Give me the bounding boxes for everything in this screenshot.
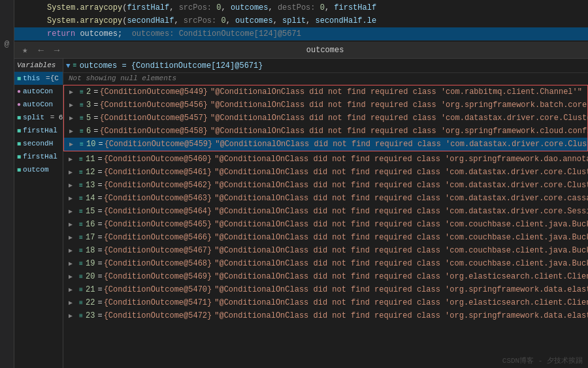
- list-icon-14: ≡: [79, 195, 83, 202]
- outcome-row-14[interactable]: ▶ ≡ 14 = {ConditionOutcome@5463} "@Condi…: [63, 192, 588, 205]
- debug-toolbar: ★ ← → outcomes: [14, 42, 588, 59]
- list-icon-21: ≡: [79, 286, 83, 294]
- var-secondhalf[interactable]: ◼ secondH: [14, 137, 63, 150]
- list-icon-19: ≡: [79, 260, 83, 268]
- expand-icon-15[interactable]: ▶: [69, 207, 76, 215]
- expand-icon-2[interactable]: ▶: [69, 88, 77, 96]
- red-bordered-group: ▶ ≡ 2 = {ConditionOutcome@5449} "@Condit…: [63, 85, 588, 151]
- var-firsthalf-1[interactable]: ◼ firstHal: [14, 124, 63, 137]
- code-area: System.arraycopy ( firstHalf , srcPos: 0…: [14, 0, 588, 42]
- outcome-row-11[interactable]: ▶ ≡ 11 = {ConditionOutcome@5460} "@Condi…: [63, 153, 588, 166]
- expand-icon-10[interactable]: ▶: [69, 140, 77, 148]
- expand-icon-5[interactable]: ▶: [69, 114, 77, 122]
- outcomes-list-container[interactable]: ▶ ≡ 2 = {ConditionOutcome@5449} "@Condit…: [63, 84, 588, 368]
- var-autocon-2[interactable]: ● autoCon: [14, 98, 63, 111]
- var-name-autocon2: autoCon: [23, 100, 53, 108]
- nav-fwd-button[interactable]: →: [52, 44, 62, 57]
- expand-icon-3[interactable]: ▶: [69, 101, 77, 109]
- method-name-1: System.arraycopy: [47, 3, 122, 12]
- list-icon-12: ≡: [79, 169, 83, 176]
- list-icon-22: ≡: [79, 299, 83, 307]
- var-name-outcomes: outcom: [23, 166, 49, 174]
- variables-label: Variables: [14, 59, 63, 72]
- var-outcomes[interactable]: ◼ outcom: [14, 163, 63, 176]
- list-icon-18: ≡: [79, 247, 83, 254]
- outcome-row-23[interactable]: ▶ ≡ 23 = {ConditionOutcome@5472} "@Condi…: [63, 309, 588, 322]
- var-this[interactable]: ◼ this ={C: [14, 72, 63, 85]
- outcome-row-16[interactable]: ▶ ≡ 16 = {ConditionOutcome@5465} "@Condi…: [63, 218, 588, 231]
- outcome-row-6[interactable]: ▶ ≡ 6 = {ConditionOutcome@5458} "@Condit…: [64, 125, 587, 138]
- type-icon-t2: ◼: [17, 114, 21, 121]
- code-line-1: System.arraycopy ( firstHalf , srcPos: 0…: [14, 1, 588, 14]
- outcome-row-5[interactable]: ▶ ≡ 5 = {ConditionOutcome@5457} "@Condit…: [64, 112, 587, 125]
- outcome-row-2[interactable]: ▶ ≡ 2 = {ConditionOutcome@5449} "@Condit…: [64, 85, 587, 99]
- nav-back-button[interactable]: ←: [35, 44, 46, 57]
- expand-icon-16[interactable]: ▶: [69, 221, 76, 228]
- outcome-row-19[interactable]: ▶ ≡ 19 = {ConditionOutcome@5468} "@Condi…: [63, 257, 588, 270]
- code-line-return: return outcomes; outcomes: ConditionOutc…: [14, 27, 588, 40]
- expand-icon-19[interactable]: ▶: [69, 260, 76, 268]
- var-name-firsthalf1: firstHal: [23, 127, 57, 134]
- list-icon-3: ≡: [80, 102, 84, 109]
- outcome-row-18[interactable]: ▶ ≡ 18 = {ConditionOutcome@5467} "@Condi…: [63, 244, 588, 257]
- outcome-row-10[interactable]: ▶ ≡ 10 = {ConditionOutcome@5459} "@Condi…: [64, 138, 587, 151]
- debug-tab-label: outcomes: [67, 46, 583, 55]
- outcomes-root-row[interactable]: ▼ ≡ outcomes = {ConditionOutcome[124]@56…: [63, 59, 588, 73]
- var-name-split: split: [23, 114, 44, 121]
- list-icon-20: ≡: [79, 273, 83, 281]
- expand-icon-21[interactable]: ▶: [69, 286, 76, 294]
- outcome-row-3[interactable]: ▶ ≡ 3 = {ConditionOutcome@5456} "@Condit…: [64, 99, 587, 112]
- expand-icon-11[interactable]: ▶: [69, 155, 76, 163]
- outcomes-root-label: outcomes = {ConditionOutcome[124]@5671}: [80, 61, 263, 70]
- expand-icon-13[interactable]: ▶: [69, 181, 76, 189]
- var-name-secondhalf: secondH: [23, 140, 53, 147]
- left-sidebar: @: [0, 0, 14, 368]
- list-icon-16: ≡: [79, 221, 83, 228]
- tree-toggle-icon[interactable]: ▼: [66, 62, 71, 70]
- var-name-this: this: [23, 74, 40, 82]
- outcome-row-12[interactable]: ▶ ≡ 12 = {ConditionOutcome@5461} "@Condi…: [63, 166, 588, 179]
- expand-icon-20[interactable]: ▶: [69, 273, 76, 281]
- var-name-autocon1: autoCon: [23, 87, 53, 95]
- expand-icon-22[interactable]: ▶: [69, 299, 76, 307]
- var-autocon-1[interactable]: ● autoCon: [14, 85, 63, 98]
- list-icon-23: ≡: [79, 313, 83, 320]
- code-line-2: System.arraycopy ( secondHalf , srcPos: …: [14, 14, 588, 27]
- list-icon-5: ≡: [80, 115, 84, 122]
- outcome-row-13[interactable]: ▶ ≡ 13 = {ConditionOutcome@5462} "@Condi…: [63, 179, 588, 192]
- outcome-row-21[interactable]: ▶ ≡ 21 = {ConditionOutcome@5470} "@Condi…: [63, 283, 588, 296]
- outcome-row-22[interactable]: ▶ ≡ 22 = {ConditionOutcome@5471} "@Condi…: [63, 296, 588, 309]
- main-content: System.arraycopy ( firstHalf , srcPos: 0…: [14, 0, 588, 368]
- list-icon-15: ≡: [79, 208, 83, 215]
- expand-icon-23[interactable]: ▶: [69, 312, 76, 320]
- back-button[interactable]: ★: [20, 43, 30, 57]
- expand-icon-12[interactable]: ▶: [69, 168, 76, 176]
- variables-panel: Variables ◼ this ={C ● autoCon ● autoCon…: [14, 59, 588, 368]
- list-icon-2: ≡: [80, 89, 84, 96]
- outcome-row-15[interactable]: ▶ ≡ 15 = {ConditionOutcome@5464} "@Condi…: [63, 205, 588, 218]
- var-firsthalf-2[interactable]: ◼ firstHal: [14, 150, 63, 163]
- var-split[interactable]: ◼ split = 6: [14, 111, 63, 124]
- expand-icon-17[interactable]: ▶: [69, 234, 76, 241]
- debug-list: ▼ ≡ outcomes = {ConditionOutcome[124]@56…: [63, 59, 588, 368]
- sidebar-at-icon[interactable]: @: [5, 39, 10, 49]
- list-icon-13: ≡: [79, 182, 83, 189]
- left-variables-panel: Variables ◼ this ={C ● autoCon ● autoCon…: [14, 59, 63, 368]
- list-icon-6: ≡: [80, 128, 84, 135]
- method-name-2: System.arraycopy: [47, 16, 122, 25]
- type-icon-t5: ◼: [17, 153, 21, 161]
- outcome-row-17[interactable]: ▶ ≡ 17 = {ConditionOutcome@5466} "@Condi…: [63, 231, 588, 244]
- outcome-row-20[interactable]: ▶ ≡ 20 = {ConditionOutcome@5469} "@Condi…: [63, 270, 588, 283]
- var-name-firsthalf2: firstHal: [23, 153, 57, 161]
- expand-icon-6[interactable]: ▶: [69, 127, 77, 135]
- type-icon-p2: ●: [17, 101, 21, 108]
- expand-icon-18[interactable]: ▶: [69, 247, 76, 254]
- list-icon-10: ≡: [80, 141, 84, 148]
- type-icon-t: ◼: [17, 74, 21, 82]
- not-showing-label: Not showing null elements: [63, 73, 588, 84]
- list-icon-11: ≡: [79, 156, 83, 163]
- type-icon-t6: ◼: [17, 166, 21, 174]
- type-icon-p1: ●: [17, 88, 21, 95]
- expand-icon-14[interactable]: ▶: [69, 194, 76, 202]
- type-icon-t4: ◼: [17, 140, 21, 147]
